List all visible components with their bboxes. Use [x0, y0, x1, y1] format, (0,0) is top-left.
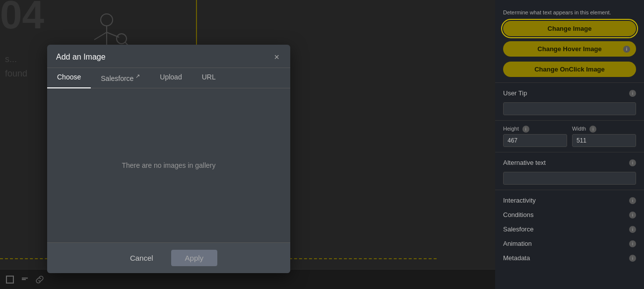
metadata-info-icon[interactable]: i [629, 255, 636, 262]
cancel-button[interactable]: Cancel [120, 250, 163, 266]
modal-tabs: Choose Salesforce ↗ Upload URL [47, 68, 290, 88]
modal-body: There are no images in gallery [47, 88, 290, 242]
modal-footer: Cancel Apply [47, 242, 290, 273]
external-link-icon: ↗ [135, 73, 140, 79]
tab-url[interactable]: URL [192, 68, 226, 88]
modal-close-button[interactable]: × [272, 52, 281, 63]
height-info-icon[interactable]: i [522, 126, 529, 133]
apply-button[interactable]: Apply [171, 250, 218, 266]
modal-header: Add an Image × [47, 45, 290, 68]
user-tip-input[interactable] [503, 102, 636, 115]
divider-3 [495, 152, 644, 152]
divider-2 [495, 120, 644, 121]
height-input[interactable] [503, 134, 567, 147]
user-tip-info-icon[interactable]: i [629, 90, 636, 97]
width-field-group: Width i [572, 126, 636, 147]
sidebar-item-conditions[interactable]: Conditions i [495, 208, 644, 222]
sidebar-item-salesforce[interactable]: Salesforce i [495, 222, 644, 236]
alt-text-row: Alternative text i [495, 155, 644, 170]
user-tip-label: User Tip [503, 89, 527, 97]
alt-text-info-icon[interactable]: i [629, 159, 636, 166]
add-image-modal: Add an Image × Choose Salesforce ↗ Uploa… [47, 45, 290, 273]
canvas-area: 04 s... found [0, 0, 495, 289]
sidebar-item-animation[interactable]: Animation i [495, 236, 644, 251]
dimension-group: Height i Width i [495, 124, 644, 149]
user-tip-input-row [495, 100, 644, 117]
change-onclick-image-button[interactable]: Change OnClick Image [503, 62, 636, 77]
canvas-content: 04 s... found [0, 0, 495, 289]
salesforce-info-icon[interactable]: i [629, 226, 636, 233]
right-panel: Determine what text appears in this elem… [495, 0, 644, 289]
divider-1 [495, 82, 644, 83]
width-input[interactable] [572, 134, 636, 147]
height-field-group: Height i [503, 126, 567, 147]
tab-upload[interactable]: Upload [150, 68, 192, 88]
sidebar-item-metadata[interactable]: Metadata i [495, 251, 644, 265]
user-tip-row: User Tip i [495, 86, 644, 100]
height-label: Height i [503, 126, 567, 133]
alt-text-input[interactable] [503, 172, 636, 185]
width-label: Width i [572, 126, 636, 133]
hover-image-info-icon[interactable]: i [623, 46, 630, 53]
alt-text-input-row [495, 170, 644, 187]
modal-title: Add an Image [56, 53, 106, 62]
change-hover-image-button[interactable]: Change Hover Image i [503, 41, 636, 57]
empty-gallery-message: There are no images in gallery [122, 161, 215, 169]
panel-description: Determine what text appears in this elem… [495, 5, 644, 18]
animation-info-icon[interactable]: i [629, 240, 636, 247]
sidebar-item-interactivity[interactable]: Interactivity i [495, 193, 644, 208]
width-info-icon[interactable]: i [589, 126, 596, 133]
interactivity-info-icon[interactable]: i [629, 197, 636, 204]
change-image-button[interactable]: Change Image [503, 21, 636, 36]
tab-salesforce[interactable]: Salesforce ↗ [91, 68, 150, 88]
alt-text-label: Alternative text [503, 159, 546, 166]
conditions-info-icon[interactable]: i [629, 212, 636, 218]
modal-overlay: Add an Image × Choose Salesforce ↗ Uploa… [0, 0, 495, 289]
tab-choose[interactable]: Choose [47, 68, 91, 88]
divider-4 [495, 190, 644, 190]
